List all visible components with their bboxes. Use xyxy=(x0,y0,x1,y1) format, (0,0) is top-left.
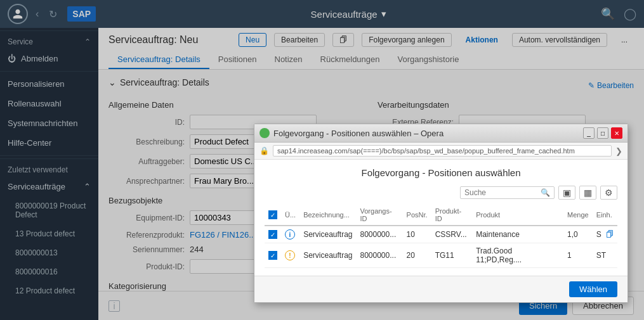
modal-titlebar: Folgevorgang - Positionen auswählen – Op… xyxy=(254,124,628,143)
modal-title-text: Folgevorgang - Positionen auswählen – Op… xyxy=(260,128,444,138)
modal-search-box[interactable]: 🔍 xyxy=(460,186,555,199)
col-u: Ü... xyxy=(281,205,299,226)
row1-icon-cell: i xyxy=(281,226,299,243)
modal-search-input[interactable] xyxy=(464,188,541,197)
modal-dialog: Folgevorgang - Positionen auswählen – Op… xyxy=(254,124,628,303)
row1-menge: 1,0 xyxy=(563,226,593,243)
row1-bezeichnung: Serviceauftrag xyxy=(299,226,356,243)
row2-produkt-id: TG11 xyxy=(431,243,473,268)
table-row[interactable]: ✓ ! Serviceauftrag 8000000... 20 TG11 Tr… xyxy=(265,243,617,268)
row1-copy-icon[interactable]: 🗍 xyxy=(606,230,614,239)
row2-einheit: ST xyxy=(593,243,617,268)
col-pos-nr: PosNr. xyxy=(403,205,431,226)
row1-pos-nr: 10 xyxy=(403,226,431,243)
modal-table: ✓ Ü... Bezeichnung... Vorgangs-ID PosNr.… xyxy=(265,205,617,268)
row2-checkbox-cell: ✓ xyxy=(265,243,281,268)
row1-produkt: Maintenance xyxy=(472,226,563,243)
address-input[interactable] xyxy=(273,145,612,157)
row2-checkbox[interactable]: ✓ xyxy=(268,251,277,260)
modal-heading: Folgevorgang - Positionen auswählen xyxy=(265,167,617,178)
row2-produkt: Trad.Good 11;PD,Reg.... xyxy=(472,243,563,268)
modal-minimize-button[interactable]: _ xyxy=(583,127,595,139)
row2-menge: 1 xyxy=(563,243,593,268)
row1-checkbox[interactable]: ✓ xyxy=(268,230,277,239)
modal-search-icon: 🔍 xyxy=(541,188,550,197)
col-einheit: Einh. xyxy=(593,205,617,226)
modal-controls: _ □ ✕ xyxy=(583,127,622,139)
filter-icon-button[interactable]: ▦ xyxy=(579,186,596,200)
modal-maximize-button[interactable]: □ xyxy=(597,127,608,139)
lock-icon: 🔒 xyxy=(260,146,269,155)
row1-produkt-id: CSSRV... xyxy=(431,226,473,243)
col-vorgangs-id: Vorgangs-ID xyxy=(357,205,403,226)
row2-warn-icon: ! xyxy=(285,250,295,260)
modal-toolbar: 🔍 ▣ ▦ ⚙ xyxy=(265,186,617,200)
settings-icon-button[interactable]: ⚙ xyxy=(600,186,617,200)
chart-icon-button[interactable]: ▣ xyxy=(558,186,575,200)
row1-vorgangs-id: 8000000... xyxy=(357,226,403,243)
col-produkt: Produkt xyxy=(472,205,563,226)
row1-checkbox-cell: ✓ xyxy=(265,226,281,243)
row1-info-icon: i xyxy=(285,229,295,240)
row2-vorgangs-id: 8000000... xyxy=(357,243,403,268)
row2-pos-nr: 20 xyxy=(403,243,431,268)
address-go-icon[interactable]: ❯ xyxy=(615,146,622,156)
table-row[interactable]: ✓ i Serviceauftrag 8000000... 10 CSSRV..… xyxy=(265,226,617,243)
col-checkbox: ✓ xyxy=(265,205,281,226)
browser-icon xyxy=(260,128,270,138)
col-bezeichnung: Bezeichnung... xyxy=(299,205,356,226)
modal-close-button[interactable]: ✕ xyxy=(611,127,622,139)
row2-bezeichnung: Serviceauftrag xyxy=(299,243,356,268)
row1-einheit: S 🗍 xyxy=(593,226,617,243)
waehlen-button[interactable]: Wählen xyxy=(569,281,617,297)
modal-address-bar: 🔒 ❯ xyxy=(254,143,628,160)
modal-footer: Wählen xyxy=(254,276,628,302)
col-menge: Menge xyxy=(563,205,593,226)
modal-body: Folgevorgang - Positionen auswählen 🔍 ▣ … xyxy=(254,160,628,276)
col-produkt-id: Produkt-ID xyxy=(431,205,473,226)
header-checkbox[interactable]: ✓ xyxy=(268,210,277,219)
row2-icon-cell: ! xyxy=(281,243,299,268)
